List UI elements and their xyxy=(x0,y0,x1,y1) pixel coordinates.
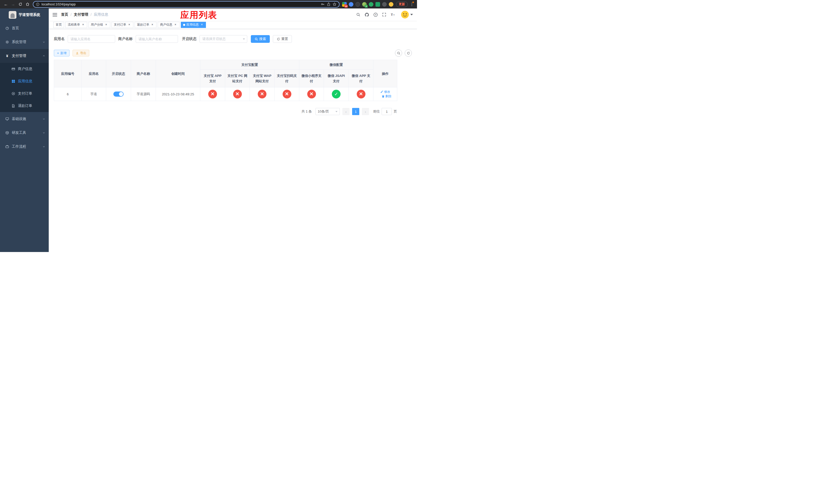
chevron-down-icon xyxy=(410,14,413,15)
sidebar-item-merchant-info[interactable]: 商户信息 xyxy=(0,63,49,75)
next-page-button[interactable]: › xyxy=(362,108,369,115)
pagination: 共 1 条 10条/页 ‹ 1 › 前往 页 xyxy=(54,108,397,115)
help-icon[interactable]: ? xyxy=(373,13,378,17)
close-icon[interactable]: × xyxy=(81,23,85,27)
fullscreen-icon[interactable] xyxy=(382,13,386,17)
url-text[interactable]: localhost:1024/pay/app xyxy=(42,3,319,6)
refresh-icon xyxy=(277,38,280,41)
breadcrumb-payment[interactable]: 支付管理 xyxy=(74,12,88,17)
user-avatar[interactable] xyxy=(401,11,413,19)
password-key-icon[interactable] xyxy=(321,2,325,6)
export-button[interactable]: 导出 xyxy=(72,50,89,56)
sidebar-item-label: 基础设施 xyxy=(12,117,26,121)
sidebar-item-workflow[interactable]: 工作流程 xyxy=(0,140,49,154)
app-name-label: 应用名 xyxy=(54,37,65,41)
search-icon[interactable] xyxy=(356,13,360,17)
site-info-icon[interactable] xyxy=(36,3,40,6)
delete-link[interactable]: 删除 xyxy=(381,94,392,98)
status-toggle[interactable] xyxy=(113,92,124,97)
merchant-name-input[interactable] xyxy=(136,35,178,43)
briefcase-icon xyxy=(5,145,9,148)
add-button[interactable]: + 新增 xyxy=(54,50,69,56)
toggle-search-icon[interactable] xyxy=(395,49,402,56)
tab-payment-orders[interactable]: 支付订单× xyxy=(112,22,133,28)
extension-puzzle-icon[interactable] xyxy=(382,2,387,7)
search-button[interactable]: 搜索 xyxy=(251,35,270,43)
sidebar-item-label: 退款订单 xyxy=(18,104,32,108)
extension-grid-icon[interactable]: 10 xyxy=(342,2,347,7)
close-icon[interactable]: × xyxy=(104,23,108,27)
col-header-created: 创建时间 xyxy=(156,60,200,87)
top-navbar: 首页 / 支付管理 / 应用信息 应用列表 ? xyxy=(49,8,417,21)
browser-toolbar: ← → localhost:1024/pay/app 10 1 xyxy=(0,0,417,8)
tags-view: 首页 流程表单× 用户分组× 支付订单× 退款订单× 商户信息× 应用信息× xyxy=(49,21,417,29)
extension-wechat-icon[interactable] xyxy=(369,2,373,7)
close-icon[interactable]: × xyxy=(174,23,177,27)
close-icon[interactable]: × xyxy=(128,23,131,27)
wx-app-status-icon xyxy=(357,90,366,98)
delete-link-label: 删除 xyxy=(386,94,392,98)
reset-button[interactable]: 重置 xyxy=(273,35,292,43)
tab-user-group[interactable]: 用户分组× xyxy=(88,22,110,28)
edit-link[interactable]: 修改 xyxy=(380,90,390,94)
browser-home-icon[interactable] xyxy=(24,1,31,8)
tab-label: 流程表单 xyxy=(68,23,80,27)
status-select[interactable]: 请选择开启状态 xyxy=(199,35,247,43)
share-icon[interactable] xyxy=(327,2,331,6)
add-button-label: 新增 xyxy=(60,51,66,55)
browser-forward-button[interactable]: → xyxy=(10,1,16,8)
breadcrumb-separator: / xyxy=(90,13,91,17)
sidebar-item-dev-tools[interactable]: 研发工具 xyxy=(0,126,49,140)
close-icon[interactable]: × xyxy=(151,23,154,27)
extension-green-square-icon[interactable] xyxy=(375,2,380,7)
logo-avatar-image xyxy=(9,11,16,19)
refresh-table-icon[interactable] xyxy=(405,49,412,56)
breadcrumb: 首页 / 支付管理 / 应用信息 xyxy=(61,12,108,17)
page-number-1[interactable]: 1 xyxy=(352,108,359,115)
download-icon xyxy=(76,51,79,54)
browser-extensions: 10 1 xyxy=(342,2,393,7)
grid-icon xyxy=(11,79,15,83)
github-icon[interactable] xyxy=(365,13,369,17)
col-header-app-name: 应用名 xyxy=(82,60,106,87)
app-name-input[interactable] xyxy=(68,35,115,43)
tab-merchant-info[interactable]: 商户信息× xyxy=(158,22,179,28)
extension-dark-icon[interactable] xyxy=(355,2,360,7)
chrome-update-button[interactable]: 更新 xyxy=(396,2,408,7)
page-size-select[interactable]: 10条/页 xyxy=(315,108,340,115)
sidebar-item-payment-orders[interactable]: 支付订单 xyxy=(0,87,49,100)
payment-submenu: 商户信息 应用信息 支付订单 退款订单 xyxy=(0,63,49,112)
browser-menu-icon[interactable]: ⋮ xyxy=(409,1,414,8)
close-icon[interactable]: × xyxy=(200,23,204,27)
tab-home[interactable]: 首页 xyxy=(53,22,64,28)
font-size-icon[interactable]: TT xyxy=(391,13,395,17)
prev-page-button[interactable]: ‹ xyxy=(343,108,350,115)
breadcrumb-home[interactable]: 首页 xyxy=(61,12,68,17)
address-bar[interactable]: localhost:1024/pay/app xyxy=(33,1,339,8)
sidebar: 芋道管理系统 首页 系统管理 ¥ 支付管理 xyxy=(0,8,49,252)
extension-drop-icon[interactable] xyxy=(349,2,353,7)
svg-text:?: ? xyxy=(375,13,376,16)
monitor-icon xyxy=(5,117,9,121)
cell-app-id: 6 xyxy=(54,87,82,101)
browser-back-button[interactable]: ← xyxy=(3,1,9,8)
sidebar-item-refund-orders[interactable]: 退款订单 xyxy=(0,100,49,112)
tab-process-form[interactable]: 流程表单× xyxy=(65,22,87,28)
sidebar-item-label: 支付管理 xyxy=(12,53,26,58)
sidebar-item-system[interactable]: 系统管理 xyxy=(0,35,49,49)
sidebar-item-app-info[interactable]: 应用信息 xyxy=(0,75,49,87)
extension-badge: 1 xyxy=(365,5,368,8)
sidebar-item-infrastructure[interactable]: 基础设施 xyxy=(0,112,49,126)
browser-reload-icon[interactable] xyxy=(17,1,24,8)
extension-avatar-icon[interactable]: 1 xyxy=(362,2,367,7)
app-logo[interactable]: 芋道管理系统 xyxy=(0,8,49,21)
sidebar-item-home[interactable]: 首页 xyxy=(0,21,49,35)
alipay-app-status-icon xyxy=(208,90,217,98)
tab-app-info[interactable]: 应用信息× xyxy=(181,22,206,28)
sidebar-item-payment[interactable]: ¥ 支付管理 xyxy=(0,49,49,63)
bookmark-star-icon[interactable] xyxy=(333,2,336,6)
extension-face-icon[interactable] xyxy=(389,2,393,7)
tab-refund-orders[interactable]: 退款订单× xyxy=(135,22,156,28)
goto-page-input[interactable] xyxy=(381,108,392,115)
sidebar-collapse-icon[interactable] xyxy=(49,8,61,21)
